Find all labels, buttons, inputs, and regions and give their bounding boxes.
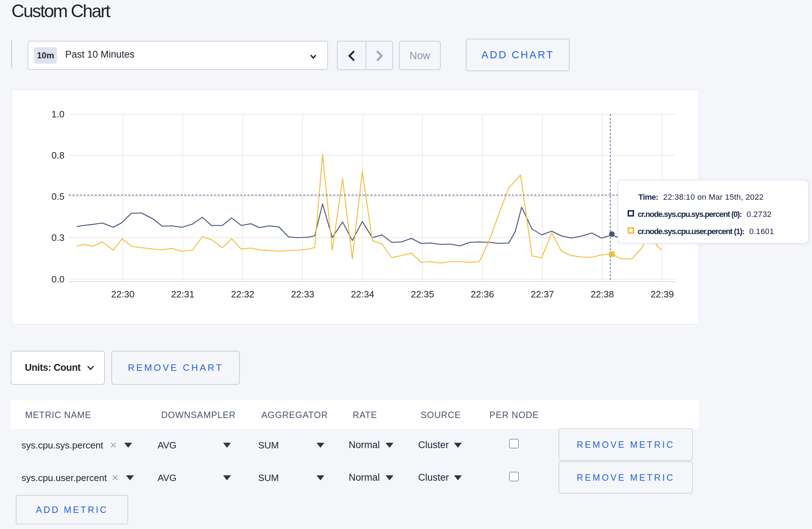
svg-text:0.8: 0.8: [52, 150, 64, 161]
svg-text:22:36: 22:36: [471, 289, 494, 300]
svg-text:22:39: 22:39: [651, 289, 674, 300]
svg-text:22:31: 22:31: [171, 289, 194, 300]
svg-text:0.0: 0.0: [52, 274, 64, 285]
svg-text:22:38: 22:38: [591, 289, 614, 300]
svg-text:22:37: 22:37: [531, 289, 554, 300]
svg-text:0.5: 0.5: [52, 191, 64, 202]
svg-text:0.3: 0.3: [52, 232, 64, 243]
svg-text:22:35: 22:35: [411, 289, 434, 300]
svg-text:22:33: 22:33: [291, 289, 314, 300]
svg-text:22:34: 22:34: [351, 289, 374, 300]
svg-text:1.0: 1.0: [52, 109, 64, 120]
svg-text:22:32: 22:32: [231, 289, 254, 300]
svg-text:22:30: 22:30: [111, 289, 134, 300]
